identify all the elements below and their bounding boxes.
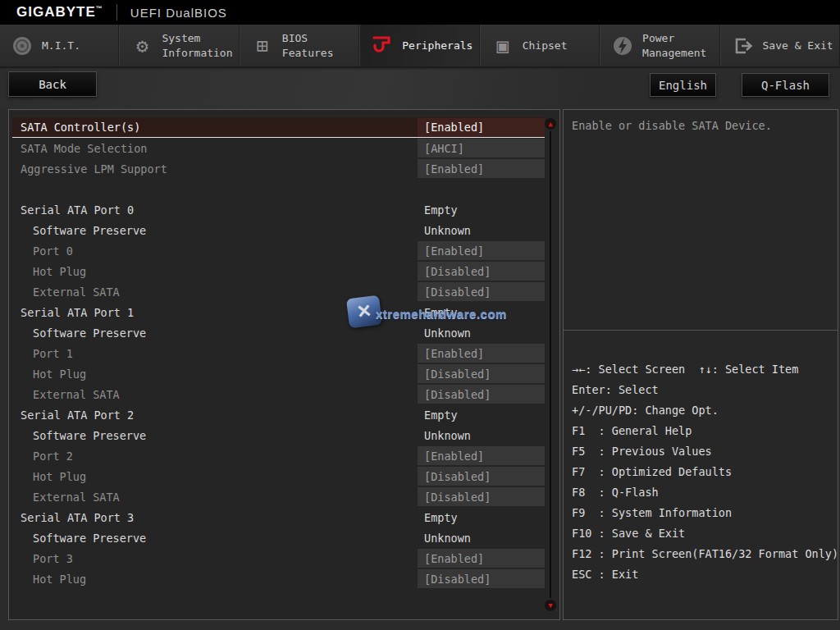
setting-label: Hot Plug <box>12 573 418 586</box>
shortcut-line: +/-/PU/PD: Change Opt. <box>572 404 838 424</box>
shortcut-list: →←: Select Screen ↑↓: Select ItemEnter: … <box>564 331 838 588</box>
tab-power-management[interactable]: Power Management <box>600 25 719 66</box>
settings-row[interactable]: Software Preserve Unknown <box>12 220 545 240</box>
shortcut-line: F12 : Print Screen(FAT16/32 Format Only) <box>572 547 838 568</box>
settings-rows: SATA Controller(s) [Enabled] SATA Mode S… <box>9 117 559 589</box>
tab-bios-features[interactable]: ⊞ BIOS Features <box>240 25 359 66</box>
settings-row[interactable]: Port 2 [Enabled] <box>12 445 545 466</box>
shortcut-line: F1 : General Help <box>572 424 838 445</box>
setting-value: [Enabled] <box>418 241 545 260</box>
setting-label: Software Preserve <box>12 429 418 442</box>
setting-label: External SATA <box>12 388 418 401</box>
tab-label: Save & Exit <box>763 39 833 53</box>
setting-value: Empty <box>418 508 545 527</box>
help-text: Enable or disable SATA Device. <box>564 110 838 331</box>
shortcut-line: F7 : Optimized Defaults <box>572 465 838 486</box>
tab-chipset[interactable]: ▣ Chipset <box>480 25 600 66</box>
setting-value: [AHCI] <box>418 139 545 158</box>
setting-value: [Enabled] <box>418 549 545 568</box>
setting-label: Serial ATA Port 0 <box>12 203 418 217</box>
settings-row[interactable]: Hot Plug [Disabled] <box>12 466 545 486</box>
setting-value: [Disabled] <box>418 385 545 404</box>
tab-label: Peripherals <box>402 39 472 53</box>
setting-label: Port 0 <box>12 244 418 258</box>
setting-value: Unknown <box>418 323 545 342</box>
scroll-up-icon[interactable]: ▲ <box>545 118 556 130</box>
settings-row[interactable]: Serial ATA Port 2 Empty <box>12 404 545 425</box>
settings-row[interactable]: Serial ATA Port 3 Empty <box>12 507 545 527</box>
chipset-icon: ▣ <box>491 34 515 58</box>
bios-features-icon: ⊞ <box>250 34 275 58</box>
settings-row[interactable]: External SATA [Disabled] <box>12 384 545 404</box>
setting-value: [Enabled] <box>418 159 545 178</box>
setting-value: [Disabled] <box>418 364 545 383</box>
shortcut-line: →←: Select Screen ↑↓: Select Item <box>572 363 838 383</box>
scroll-down-icon[interactable]: ▼ <box>545 600 556 611</box>
back-button[interactable]: Back <box>8 71 97 97</box>
trademark-symbol: ™ <box>96 5 103 12</box>
setting-label: Hot Plug <box>12 368 418 381</box>
tab-label: BIOS Features <box>282 31 334 60</box>
setting-value: [Disabled] <box>418 467 545 486</box>
setting-value: [Enabled] <box>418 446 545 465</box>
shortcut-line: ESC : Exit <box>572 568 838 588</box>
tab-label: Power Management <box>642 31 706 60</box>
setting-value: [Disabled] <box>418 487 545 506</box>
setting-label: Software Preserve <box>12 326 418 340</box>
settings-row[interactable]: Hot Plug [Disabled] <box>12 568 545 589</box>
setting-value: [Disabled] <box>418 262 545 281</box>
settings-row[interactable]: Software Preserve Unknown <box>12 322 545 343</box>
setting-label: SATA Controller(s) <box>12 121 418 134</box>
settings-row[interactable]: Serial ATA Port 1 Empty <box>12 302 545 322</box>
settings-panel: SATA Controller(s) [Enabled] SATA Mode S… <box>8 109 560 620</box>
settings-row[interactable]: Serial ATA Port 0 Empty <box>12 199 545 220</box>
settings-row[interactable]: Port 0 [Enabled] <box>12 240 545 261</box>
setting-label: External SATA <box>12 491 418 504</box>
settings-row[interactable]: External SATA [Disabled] <box>12 281 545 302</box>
setting-label: Serial ATA Port 3 <box>12 511 418 524</box>
power-management-icon <box>610 34 635 58</box>
settings-row[interactable]: Hot Plug [Disabled] <box>12 363 545 384</box>
tab-m-i-t[interactable]: M.I.T. <box>0 25 119 66</box>
tab-label: System Information <box>162 31 232 60</box>
settings-row[interactable]: Hot Plug [Disabled] <box>12 261 545 281</box>
shortcut-line: F9 : System Information <box>572 506 838 527</box>
bios-screen: GIGABYTE™ UEFI DualBIOS M.I.T. ⚙ System … <box>0 0 840 630</box>
qflash-button[interactable]: Q-Flash <box>742 73 829 97</box>
settings-row[interactable]: Port 1 [Enabled] <box>12 343 545 363</box>
scrollbar[interactable]: ▲ ▼ <box>545 118 556 611</box>
language-button[interactable]: English <box>650 73 716 97</box>
tab-peripherals[interactable]: Peripherals <box>359 25 479 66</box>
settings-row[interactable]: SATA Controller(s) [Enabled] <box>12 117 545 138</box>
row-spacer <box>9 179 559 199</box>
setting-label: External SATA <box>12 285 418 299</box>
setting-label: Hot Plug <box>12 470 418 483</box>
tab-system-information[interactable]: ⚙ System Information <box>119 25 239 66</box>
shortcut-line: F8 : Q-Flash <box>572 486 838 506</box>
firmware-title: UEFI DualBIOS <box>130 6 227 20</box>
tab-bar: M.I.T. ⚙ System Information ⊞ BIOS Featu… <box>0 25 840 68</box>
settings-row[interactable]: Software Preserve Unknown <box>12 425 545 445</box>
setting-label: Aggressive LPM Support <box>12 162 418 176</box>
tab-label: M.I.T. <box>42 39 80 53</box>
setting-label: Software Preserve <box>12 224 418 237</box>
setting-label: Serial ATA Port 2 <box>12 409 418 422</box>
scrollbar-track[interactable] <box>550 131 551 598</box>
setting-label: Port 3 <box>12 552 418 565</box>
setting-value: [Enabled] <box>418 344 545 363</box>
settings-row[interactable]: External SATA [Disabled] <box>12 486 545 507</box>
tab-save-exit[interactable]: Save & Exit <box>720 25 840 66</box>
settings-row[interactable]: Port 3 [Enabled] <box>12 548 545 568</box>
setting-value: Unknown <box>418 426 545 445</box>
settings-row[interactable]: Software Preserve Unknown <box>12 527 545 548</box>
gigabyte-logo: GIGABYTE™ <box>16 4 103 21</box>
shortcut-line: Enter: Select <box>572 383 838 404</box>
settings-row[interactable]: Aggressive LPM Support [Enabled] <box>12 158 545 179</box>
setting-value: [Disabled] <box>418 569 545 588</box>
settings-row[interactable]: SATA Mode Selection [AHCI] <box>12 138 545 158</box>
tab-label: Chipset <box>523 39 568 53</box>
setting-label: SATA Mode Selection <box>12 142 418 155</box>
setting-label: Port 2 <box>12 450 418 463</box>
setting-value: [Disabled] <box>418 282 545 301</box>
setting-label: Serial ATA Port 1 <box>12 306 418 319</box>
